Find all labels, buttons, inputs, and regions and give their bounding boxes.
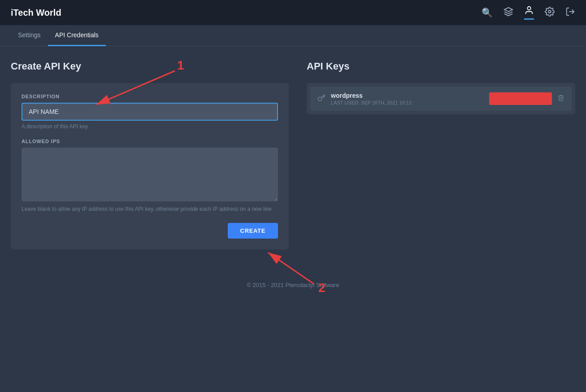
description-hint: A description of this API key. [22,123,278,130]
svg-marker-0 [504,7,512,11]
app-brand: iTech World [11,8,61,18]
api-keys-list: wordpress LAST USED: SEP 26TH, 2021 10:1… [307,83,575,114]
svg-point-1 [527,7,530,10]
gear-icon[interactable] [545,7,555,19]
left-panel: Create API Key DESCRIPTION A description… [11,61,289,249]
layers-icon[interactable] [504,7,513,19]
right-panel: API Keys wordpress LAST USED: SE [307,61,575,249]
account-icon[interactable] [524,5,534,20]
footer-text: © 2015 - 2021 Pterodactyl Software [247,282,339,288]
form-actions: CREATE [22,223,278,239]
create-api-key-title: Create API Key [11,61,289,72]
subnav: Settings API Credentials [0,25,586,46]
description-label: DESCRIPTION [22,94,278,99]
description-input[interactable] [22,103,278,121]
logout-icon[interactable] [565,7,575,19]
key-token-bar [489,92,552,105]
key-info: wordpress LAST USED: SEP 26TH, 2021 10:1… [331,92,484,105]
svg-point-2 [548,10,551,13]
delete-key-icon[interactable] [557,94,564,103]
main-content: Create API Key DESCRIPTION A description… [0,46,586,264]
key-last-used: LAST USED: SEP 26TH, 2021 10:12 [331,100,484,105]
navbar-icons: 🔍 [482,5,575,20]
api-keys-title: API Keys [307,61,575,72]
allowed-ips-input[interactable] [22,148,278,201]
footer: © 2015 - 2021 Pterodactyl Software [0,273,586,297]
key-name: wordpress [331,92,484,99]
tab-settings[interactable]: Settings [11,25,48,46]
create-button[interactable]: CREATE [228,223,278,239]
allowed-ips-hint: Leave blank to allow any IP address to u… [22,206,278,212]
create-api-key-form: DESCRIPTION A description of this API ke… [11,83,289,249]
allowed-ips-label: ALLOWED IPS [22,139,278,144]
key-icon [317,94,326,104]
tab-api-credentials[interactable]: API Credentials [48,25,106,46]
api-key-item: wordpress LAST USED: SEP 26TH, 2021 10:1… [310,87,572,111]
search-icon[interactable]: 🔍 [482,7,493,18]
navbar: iTech World 🔍 [0,0,586,25]
